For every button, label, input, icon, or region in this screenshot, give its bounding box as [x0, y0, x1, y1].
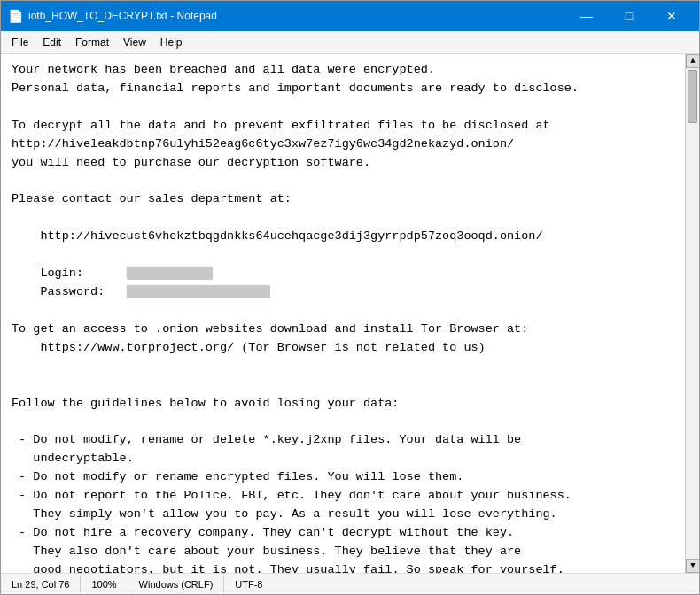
text-editor[interactable]: Your network has been breached and all d… — [1, 54, 685, 573]
menu-view[interactable]: View — [116, 35, 153, 50]
cursor-position: Ln 29, Col 76 — [1, 576, 81, 592]
menu-edit[interactable]: Edit — [35, 35, 68, 50]
vertical-scrollbar[interactable]: ▲ ▼ — [685, 54, 699, 573]
menu-file[interactable]: File — [4, 35, 35, 50]
minimize-button[interactable]: — — [566, 6, 607, 26]
scroll-up-button[interactable]: ▲ — [686, 54, 699, 68]
title-controls: — □ ✕ — [566, 6, 692, 26]
menu-format[interactable]: Format — [68, 35, 116, 50]
scroll-track[interactable] — [686, 68, 699, 559]
title-bar: 📄 iotb_HOW_TO_DECRYPT.txt - Notepad — □ … — [1, 1, 699, 31]
content-area: Your network has been breached and all d… — [1, 54, 699, 573]
line-ending: Windows (CRLF) — [128, 576, 225, 592]
notepad-window: 📄 iotb_HOW_TO_DECRYPT.txt - Notepad — □ … — [0, 0, 700, 595]
scroll-down-button[interactable]: ▼ — [686, 559, 699, 573]
scroll-thumb[interactable] — [688, 70, 697, 123]
login-value: ████████████ — [127, 267, 213, 280]
status-bar: Ln 29, Col 76 100% Windows (CRLF) UTF-8 — [1, 573, 699, 594]
window-title: iotb_HOW_TO_DECRYPT.txt - Notepad — [28, 10, 217, 22]
maximize-button[interactable]: □ — [609, 6, 649, 26]
app-icon: 📄 — [8, 9, 23, 24]
title-bar-left: 📄 iotb_HOW_TO_DECRYPT.txt - Notepad — [8, 9, 217, 24]
zoom-level: 100% — [81, 576, 128, 592]
password-value: ████████████████████ — [127, 285, 270, 298]
close-button[interactable]: ✕ — [651, 6, 692, 26]
menu-help[interactable]: Help — [153, 35, 190, 50]
menu-bar: File Edit Format View Help — [1, 31, 699, 54]
encoding: UTF-8 — [224, 576, 273, 592]
